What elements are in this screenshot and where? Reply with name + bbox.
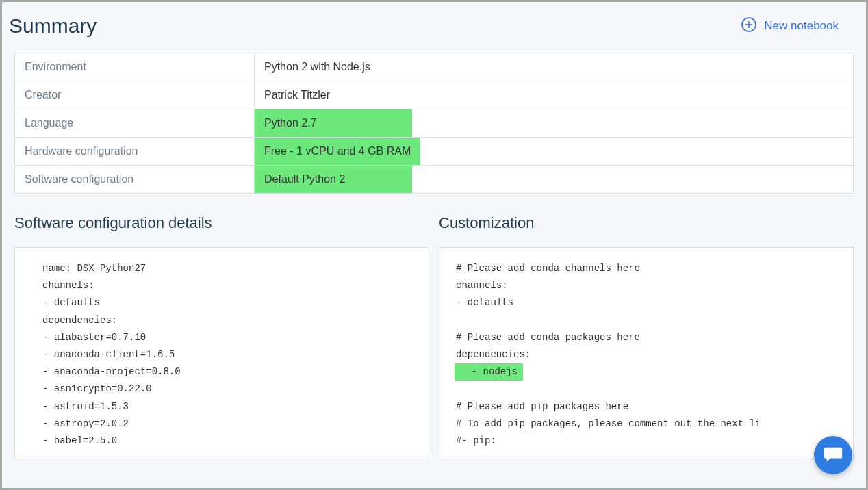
new-notebook-label: New notebook [764,19,839,33]
new-notebook-button[interactable]: New notebook [741,16,839,36]
table-row: Creator Patrick Titzler [15,81,854,109]
table-row: Software configuration Default Python 2 [15,166,854,194]
chat-launcher-button[interactable] [814,436,852,474]
row-key: Software configuration [15,166,255,194]
plus-circle-icon [741,16,757,36]
software-config-code: name: DSX-Python27 channels: - defaults … [14,247,429,459]
row-key: Creator [15,81,255,109]
summary-table: Environment Python 2 with Node.js Creato… [14,53,854,194]
row-key: Environment [15,53,255,81]
row-value: Python 2 with Node.js [255,53,854,81]
customization-title: Customization [439,214,854,232]
row-value: Free - 1 vCPU and 4 GB RAM [255,138,854,166]
row-key: Language [15,109,255,138]
table-row: Hardware configuration Free - 1 vCPU and… [15,138,854,166]
row-value: Python 2.7 [255,109,854,138]
row-key: Hardware configuration [15,138,255,166]
row-value: Patrick Titzler [255,81,854,109]
table-row: Language Python 2.7 [15,109,854,138]
row-value: Default Python 2 [255,166,854,194]
customization-code[interactable]: # Please add conda channels here channel… [439,247,854,459]
page-title: Summary [9,14,97,38]
chat-icon [823,443,843,467]
details-title: Software configuration details [14,214,429,232]
table-row: Environment Python 2 with Node.js [15,53,854,81]
